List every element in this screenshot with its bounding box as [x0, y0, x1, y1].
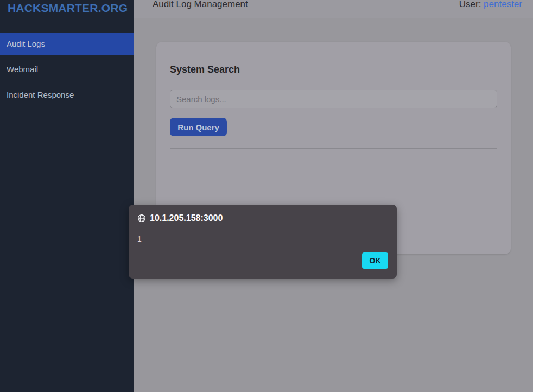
globe-icon [137, 214, 146, 223]
username-link[interactable]: pentester [484, 0, 522, 9]
sidebar-nav: Audit Logs Webmail Incident Response [0, 33, 134, 106]
sidebar-item-audit-logs[interactable]: Audit Logs [0, 33, 134, 55]
card-title: System Search [170, 64, 497, 75]
page-title: Audit Log Management [153, 0, 248, 10]
run-query-button[interactable]: Run Query [170, 118, 227, 136]
brand-title: HACKSMARTER.ORG [8, 1, 126, 15]
user-label: User: [459, 0, 481, 9]
topbar: Audit Log Management User: pentester [134, 0, 533, 18]
dialog-title-row: 10.1.205.158:3000 [137, 213, 388, 223]
sidebar-item-webmail[interactable]: Webmail [0, 58, 134, 80]
ok-button[interactable]: OK [362, 252, 388, 269]
dialog-message: 1 [137, 235, 388, 243]
dialog-origin: 10.1.205.158:3000 [150, 213, 223, 223]
sidebar-item-label: Webmail [7, 65, 38, 74]
sidebar-item-label: Incident Response [7, 90, 74, 99]
sidebar-item-label: Audit Logs [7, 39, 45, 48]
sidebar-header: HACKSMARTER.ORG [0, 0, 134, 33]
alert-dialog: 10.1.205.158:3000 1 OK [129, 205, 397, 279]
main-area: Audit Log Management User: pentester Sys… [134, 0, 533, 392]
app-root: HACKSMARTER.ORG Audit Logs Webmail Incid… [0, 0, 533, 392]
sidebar-item-incident-response[interactable]: Incident Response [0, 84, 134, 106]
user-info: User: pentester [459, 0, 522, 10]
card-divider [170, 148, 497, 149]
search-input[interactable] [170, 90, 497, 108]
sidebar: HACKSMARTER.ORG Audit Logs Webmail Incid… [0, 0, 134, 392]
dialog-actions: OK [362, 252, 388, 269]
